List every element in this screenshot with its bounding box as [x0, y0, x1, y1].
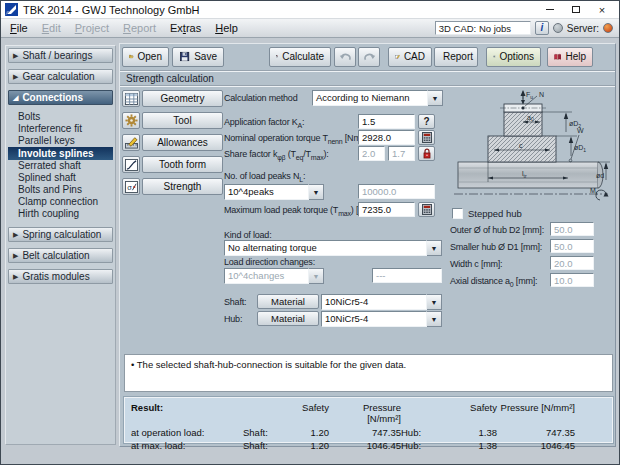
cad-button[interactable]: CAD [388, 47, 432, 67]
open-folder-icon [129, 50, 134, 63]
tooth-form-icon-button[interactable] [122, 156, 140, 173]
max-torque-input[interactable]: 7235.0 [358, 202, 415, 217]
sidebar-group-connections[interactable]: Connections [8, 90, 113, 105]
options-button[interactable]: Options [486, 47, 541, 67]
result-row-label: at operation load: [131, 427, 243, 438]
sidebar-group-shaft-bearings[interactable]: Shaft / bearings [8, 48, 113, 63]
calc-method-label: Calculation method [224, 93, 297, 103]
open-button[interactable]: Open [122, 47, 169, 67]
application-factor-label: Application factor KA: [224, 117, 304, 129]
toolbar: Open Save Calculate CAD Report [120, 46, 615, 67]
undo-icon [339, 51, 352, 62]
sidebar-group-gratis-modules[interactable]: Gratis modules [8, 269, 113, 284]
save-button[interactable]: Save [172, 47, 224, 67]
menu-report: Report [116, 21, 163, 35]
sidebar-group-spring-calculation[interactable]: Spring calculation [8, 227, 113, 242]
safety-header-shaft: Safety [283, 402, 329, 424]
hub-material-button[interactable]: Material [257, 311, 319, 326]
result-hub-safety: 1.38 [441, 427, 497, 438]
chevron-right-icon [13, 73, 18, 81]
redo-icon [363, 51, 376, 62]
nominal-torque-calc-button[interactable] [418, 130, 435, 145]
nav-row-tool: Tool [122, 112, 223, 129]
menu-extras[interactable]: Extras [163, 21, 208, 35]
module-sidebar: Shaft / bearings Gear calculation Connec… [5, 45, 116, 445]
sidebar-item-hirth-coupling[interactable]: Hirth coupling [8, 208, 113, 220]
window-title: TBK 2014 - GWJ Technology GmbH [23, 4, 537, 16]
sidebar-item-bolts-and-pins[interactable]: Bolts and Pins [8, 184, 113, 196]
sidebar-item-interference-fit[interactable]: Interference fit [8, 123, 113, 135]
tool-icon-button[interactable] [122, 112, 140, 129]
kind-of-load-dropdown[interactable]: No alternating torque ▼ [224, 240, 442, 256]
nav-row-tooth-form: Tooth form [122, 156, 223, 173]
calculator-icon [422, 132, 432, 143]
calculator-icon [276, 50, 278, 63]
max-torque-calc-button[interactable] [418, 202, 435, 217]
grid-icon [125, 93, 138, 105]
load-peaks-label: No. of load peaks NL: [224, 171, 305, 183]
allowances-icon-button[interactable] [122, 134, 140, 151]
chevron-down-icon [13, 94, 18, 102]
shaft-material-button[interactable]: Material [257, 294, 319, 309]
svg-text:c: c [519, 142, 523, 149]
report-button[interactable]: Report [434, 47, 478, 67]
shaft-label: Shaft: [224, 297, 246, 307]
svg-text:ød: ød [596, 172, 604, 179]
help-button[interactable]: Help [547, 47, 593, 67]
share-factor-label: Share factor kφβ (Teq/Tmax): [224, 149, 329, 161]
results-panel: Result: Safety Pressure [N/mm²] Safety P… [124, 397, 613, 443]
result-hub-label: Hub: [401, 440, 441, 451]
hub-d2-input: 50.0 [550, 222, 594, 236]
result-shaft-pressure: 1046.45 [329, 440, 401, 451]
pencil-ruler-icon [125, 137, 138, 149]
width-c-label: Width c [mm]: [450, 259, 502, 271]
tooth-form-button[interactable]: Tooth form [142, 156, 223, 173]
strength-icon-button[interactable]: σ [122, 178, 140, 195]
calc-method-dropdown[interactable]: According to Niemann ▼ [312, 90, 443, 106]
minimize-button[interactable] [537, 2, 563, 18]
sidebar-group-gear-calculation[interactable]: Gear calculation [8, 69, 113, 84]
geometry-button[interactable]: Geometry [142, 90, 223, 107]
chevron-down-icon: ▼ [427, 294, 442, 310]
sidebar-group-belt-calculation[interactable]: Belt calculation [8, 248, 113, 263]
content-panel: Open Save Calculate CAD Report [119, 43, 616, 447]
status-message: • The selected shaft-hub-connection is s… [124, 354, 613, 392]
load-peaks-dropdown[interactable]: 10^4peaks ▼ [224, 184, 324, 200]
menu-help[interactable]: Help [208, 21, 245, 35]
result-hub-pressure: 1046.45 [497, 440, 575, 451]
chevron-right-icon [13, 273, 18, 281]
sidebar-item-bolts[interactable]: Bolts [8, 111, 113, 123]
result-shaft-safety: 1.20 [283, 440, 329, 451]
menu-file[interactable]: File [3, 21, 35, 35]
calculate-button[interactable]: Calculate [269, 47, 331, 67]
sidebar-item-clamp-connection[interactable]: Clamp connection [8, 196, 113, 208]
sidebar-item-splined-shaft[interactable]: Splined shaft [8, 172, 113, 184]
info-button[interactable]: i [535, 21, 549, 35]
sidebar-item-parallel-keys[interactable]: Parallel keys [8, 135, 113, 147]
sidebar-item-serrated-shaft[interactable]: Serrated shaft [8, 160, 113, 172]
load-peaks-value-input: 10000.0 [358, 184, 435, 199]
undo-button [334, 47, 356, 67]
maximize-button[interactable] [563, 2, 589, 18]
strength-button[interactable]: Strength [142, 178, 223, 195]
stepped-hub-checkbox[interactable] [452, 208, 463, 219]
chevron-down-icon: ▼ [428, 90, 443, 106]
connections-items: Bolts Interference fit Parallel keys Inv… [8, 111, 113, 220]
allowances-button[interactable]: Allowances [142, 134, 223, 151]
sidebar-item-involute-splines[interactable]: Involute splines [8, 147, 113, 160]
result-hub-safety: 1.38 [441, 440, 497, 451]
maximize-icon [572, 6, 580, 13]
application-factor-help-button[interactable]: ? [418, 114, 435, 129]
hub-d2-label: Outer Ø of hub D2 [mm]: [450, 225, 544, 237]
share-factor-lock-button[interactable] [418, 146, 435, 161]
result-row-label: at max. load: [131, 440, 243, 451]
geometry-icon-button[interactable] [122, 90, 140, 107]
shaft-material-dropdown[interactable]: 10NiCr5-4 ▼ [321, 294, 442, 310]
nominal-torque-input[interactable]: 2928.0 [358, 130, 415, 145]
results-title: Result: [131, 402, 243, 424]
close-button[interactable]: × [589, 2, 615, 18]
application-factor-input[interactable]: 1.5 [358, 114, 415, 129]
menu-project: Project [68, 21, 116, 35]
hub-material-dropdown[interactable]: 10NiCr5-4 ▼ [321, 311, 442, 327]
tool-button[interactable]: Tool [142, 112, 223, 129]
